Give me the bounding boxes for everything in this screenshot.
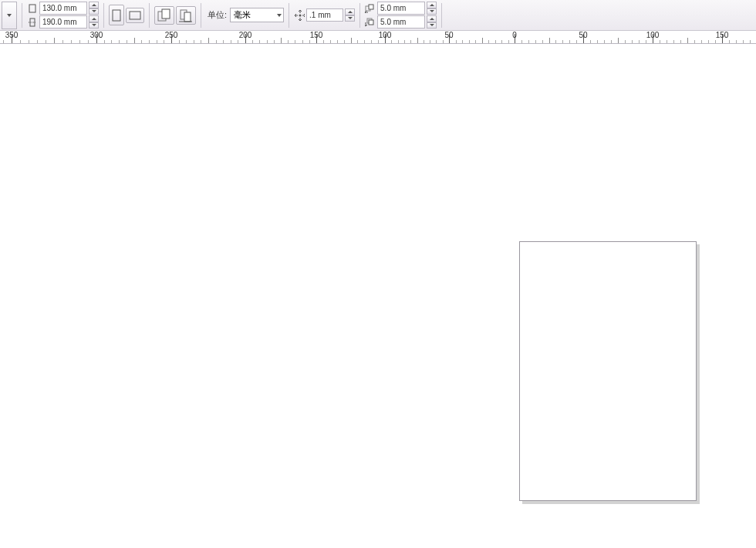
- units-value: 毫米: [234, 9, 251, 21]
- duplicate-x-spinner[interactable]: [427, 2, 437, 15]
- duplicate-y-spinner[interactable]: [427, 15, 437, 29]
- duplicate-x-input[interactable]: [377, 2, 425, 15]
- page-height-icon: [27, 17, 38, 28]
- separator: [149, 3, 150, 28]
- svg-rect-6: [162, 9, 170, 18]
- svg-point-10: [299, 14, 302, 16]
- duplicate-distance-group: [365, 2, 437, 29]
- ruler-label: 350: [5, 31, 19, 39]
- ruler-label: 300: [90, 31, 103, 39]
- canvas-area[interactable]: [0, 44, 756, 548]
- ruler-label: 200: [239, 31, 252, 39]
- horizontal-ruler[interactable]: 35030025020015010050050100150: [0, 31, 756, 44]
- duplicate-y-input[interactable]: [377, 15, 425, 29]
- property-bar: 单位: 毫米: [0, 0, 756, 31]
- landscape-button[interactable]: [126, 8, 144, 23]
- page-dimensions-group: [27, 2, 99, 29]
- ruler-label: 100: [646, 31, 660, 39]
- svg-rect-14: [369, 20, 373, 25]
- svg-rect-8: [184, 12, 191, 22]
- separator: [289, 3, 289, 28]
- portrait-button[interactable]: [109, 5, 124, 25]
- page-width-input[interactable]: [39, 2, 87, 15]
- duplicate-y-icon: [365, 17, 376, 28]
- separator: [359, 3, 360, 28]
- ruler-label: 100: [379, 31, 392, 39]
- page-height-spinner[interactable]: [89, 15, 99, 29]
- units-combo[interactable]: 毫米: [230, 8, 284, 22]
- svg-rect-3: [113, 10, 120, 21]
- nudge-input[interactable]: [306, 8, 343, 22]
- page-height-input[interactable]: [39, 15, 87, 29]
- ruler-label: 150: [716, 31, 729, 39]
- ruler-label: 250: [165, 31, 178, 39]
- separator: [201, 3, 201, 28]
- separator: [441, 3, 442, 28]
- paper-type-dropdown[interactable]: [2, 2, 17, 29]
- separator: [22, 3, 22, 28]
- ruler-label: 150: [310, 31, 323, 39]
- ruler-label: 50: [579, 31, 587, 39]
- nudge-icon: [294, 10, 305, 21]
- ruler-label: 50: [444, 31, 453, 39]
- drawing-page[interactable]: [519, 241, 697, 501]
- ruler-label: 0: [512, 31, 517, 39]
- duplicate-x-icon: [365, 3, 376, 14]
- svg-rect-12: [369, 5, 373, 9]
- apply-all-pages-button[interactable]: [154, 6, 174, 25]
- units-label: 单位:: [206, 9, 228, 21]
- separator: [103, 3, 104, 28]
- svg-rect-4: [130, 12, 140, 19]
- page-width-spinner[interactable]: [89, 2, 99, 15]
- svg-rect-0: [29, 5, 35, 12]
- page-width-icon: [27, 3, 38, 14]
- apply-current-page-button[interactable]: [176, 6, 196, 25]
- nudge-spinner[interactable]: [345, 8, 355, 22]
